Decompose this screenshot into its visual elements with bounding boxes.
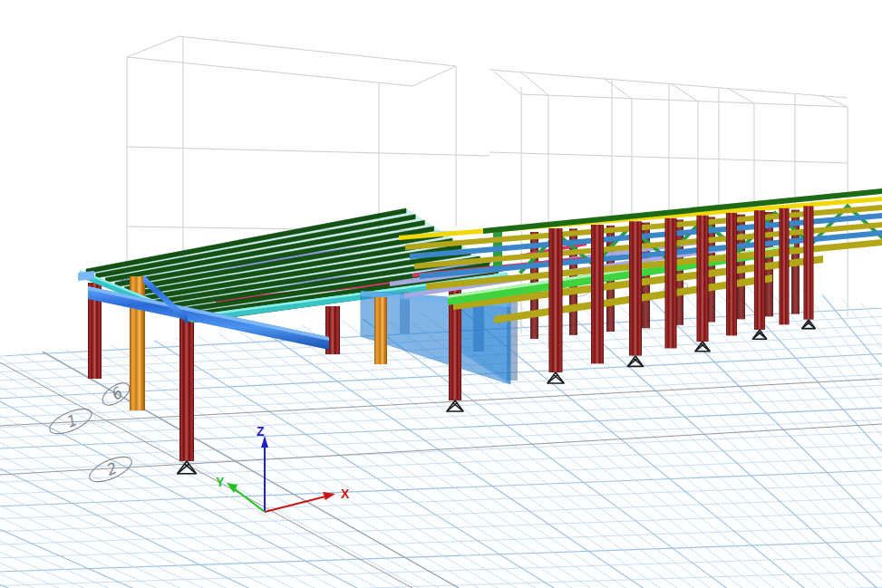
column-red[interactable] bbox=[804, 206, 814, 319]
storey-box-edge bbox=[179, 36, 456, 66]
column-red[interactable] bbox=[780, 208, 790, 325]
column-red[interactable] bbox=[754, 210, 765, 330]
storey-box-edge bbox=[521, 94, 848, 107]
column-orange[interactable] bbox=[374, 297, 387, 364]
column-red[interactable] bbox=[629, 221, 642, 355]
axis-label-y: Y bbox=[216, 475, 225, 489]
axis-label-x: X bbox=[341, 487, 350, 501]
storey-box-edge bbox=[127, 36, 179, 57]
storey-box-edge bbox=[127, 57, 412, 86]
column-red[interactable] bbox=[697, 216, 709, 342]
column-red[interactable] bbox=[665, 218, 677, 349]
viewport-3d[interactable]: 1 2 6 X Y Z bbox=[0, 0, 882, 588]
model-canvas[interactable]: 1 2 6 X Y Z bbox=[0, 0, 882, 588]
axis-label-z: Z bbox=[257, 424, 265, 439]
storey-box-edge bbox=[127, 147, 489, 156]
storey-box-edge bbox=[521, 72, 548, 95]
column-red[interactable] bbox=[591, 225, 604, 363]
column-red[interactable] bbox=[549, 228, 563, 372]
storey-box-edge bbox=[494, 72, 521, 94]
storey-box-edge bbox=[412, 66, 456, 86]
column-red[interactable] bbox=[179, 309, 194, 461]
storey-box-edge bbox=[605, 79, 632, 99]
column-red[interactable] bbox=[726, 213, 737, 336]
